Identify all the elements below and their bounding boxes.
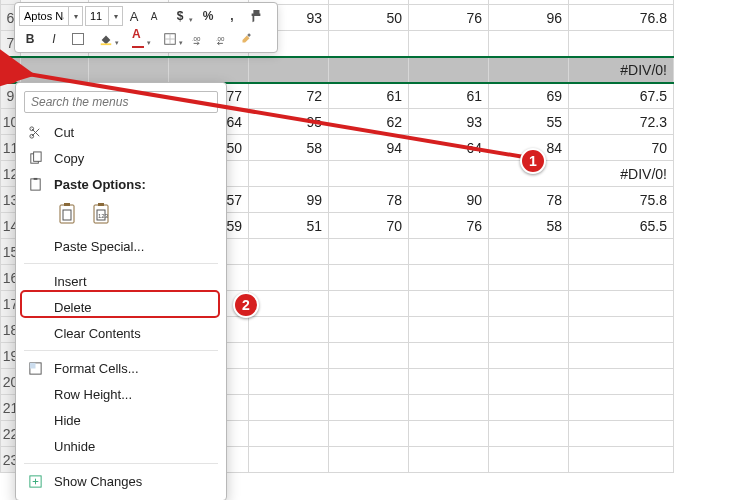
separator (24, 463, 218, 464)
font-name-combo[interactable]: ▾ (19, 6, 83, 26)
cell[interactable]: 67.5 (569, 83, 674, 109)
menu-item-unhide[interactable]: Unhide (16, 433, 226, 459)
annotation-marker-2: 2 (233, 292, 259, 318)
cell[interactable]: 95 (249, 109, 329, 135)
menu-item-insert[interactable]: Insert (16, 268, 226, 294)
cell[interactable] (89, 57, 169, 83)
cell[interactable]: 55 (489, 109, 569, 135)
menu-label: Hide (54, 413, 214, 428)
menu-item-hide[interactable]: Hide (16, 407, 226, 433)
cell[interactable]: 78 (489, 187, 569, 213)
separator (24, 350, 218, 351)
font-name-input[interactable] (20, 7, 68, 25)
cell[interactable] (169, 57, 249, 83)
comma-format-button[interactable]: , (221, 6, 243, 26)
clipboard-icon (26, 177, 44, 192)
cell[interactable] (329, 57, 409, 83)
menu-label: Clear Contents (54, 326, 214, 341)
svg-rect-0 (101, 43, 112, 45)
cell[interactable]: 70 (329, 213, 409, 239)
cell[interactable] (21, 57, 89, 83)
cell[interactable]: 99 (249, 187, 329, 213)
cell[interactable] (409, 31, 489, 57)
cell[interactable]: 78 (329, 187, 409, 213)
svg-text:.00: .00 (216, 35, 225, 42)
decrease-decimal-button[interactable]: .00 (211, 29, 233, 49)
menu-item-copy[interactable]: Copy (16, 145, 226, 171)
cell[interactable]: 51 (249, 213, 329, 239)
cell[interactable]: 90 (409, 187, 489, 213)
italic-button[interactable]: I (43, 29, 65, 49)
cell[interactable]: 94 (329, 135, 409, 161)
menu-item-clear-contents[interactable]: Clear Contents (16, 320, 226, 346)
menu-item-show-changes[interactable]: Show Changes (16, 468, 226, 494)
increase-decimal-button[interactable]: .00 (187, 29, 209, 49)
cell[interactable] (249, 57, 329, 83)
cell[interactable]: 65.5 (569, 213, 674, 239)
menu-label: Insert (54, 274, 214, 289)
borders-button[interactable] (155, 29, 185, 49)
cell[interactable] (329, 161, 409, 187)
fill-color-button[interactable] (91, 29, 121, 49)
cell[interactable]: 72 (249, 83, 329, 109)
cell[interactable]: 93 (409, 109, 489, 135)
menu-item-format-cells[interactable]: Format Cells... (16, 355, 226, 381)
mini-toolbar: ▾ ▾ A A $ % , B I A .00 .00 (14, 2, 278, 53)
format-painter-brush-icon[interactable] (235, 29, 257, 49)
cell[interactable]: 70 (569, 135, 674, 161)
annotation-marker-1: 1 (520, 148, 546, 174)
cell[interactable]: 69 (489, 83, 569, 109)
cell[interactable]: 72.3 (569, 109, 674, 135)
cell[interactable] (409, 57, 489, 83)
cell[interactable]: 62 (329, 109, 409, 135)
font-size-input[interactable] (86, 7, 108, 25)
font-size-combo[interactable]: ▾ (85, 6, 123, 26)
percent-format-button[interactable]: % (197, 6, 219, 26)
menu-search-input[interactable] (24, 91, 218, 113)
menu-label: Unhide (54, 439, 214, 454)
scissors-icon (26, 125, 44, 140)
accounting-format-button[interactable]: $ (165, 6, 195, 26)
cell[interactable]: 96 (489, 5, 569, 31)
cell[interactable]: 58 (249, 135, 329, 161)
menu-label: Show Changes (54, 474, 214, 489)
menu-item-row-height[interactable]: Row Height... (16, 381, 226, 407)
font-color-button[interactable]: A (123, 29, 153, 49)
decrease-font-button[interactable]: A (145, 6, 163, 26)
bold-button[interactable]: B (19, 29, 41, 49)
cell[interactable]: 76.8 (569, 5, 674, 31)
menu-item-paste-options: Paste Options: (16, 171, 226, 197)
cell[interactable]: 61 (329, 83, 409, 109)
chevron-down-icon[interactable]: ▾ (68, 7, 82, 25)
menu-item-cut[interactable]: Cut (16, 119, 226, 145)
menu-label: Paste Options: (54, 177, 214, 192)
cell[interactable] (409, 161, 489, 187)
cell[interactable]: 76 (409, 213, 489, 239)
cell[interactable] (569, 31, 674, 57)
menu-item-delete[interactable]: Delete (16, 294, 226, 320)
cell[interactable]: #DIV/0! (569, 57, 674, 83)
svg-rect-10 (33, 151, 41, 160)
increase-font-button[interactable]: A (125, 6, 143, 26)
cell[interactable] (489, 31, 569, 57)
cell[interactable]: 58 (489, 213, 569, 239)
cell[interactable]: 75.8 (569, 187, 674, 213)
menu-item-paste-special[interactable]: Paste Special... (16, 233, 226, 259)
cell[interactable]: 61 (409, 83, 489, 109)
cell[interactable]: 76 (409, 5, 489, 31)
cell[interactable] (329, 31, 409, 57)
paste-button[interactable] (54, 199, 80, 229)
paste-values-button[interactable]: 123 (88, 199, 114, 229)
cell[interactable]: 64 (409, 135, 489, 161)
annotation-target-ring (0, 64, 20, 84)
format-painter-button[interactable] (245, 6, 267, 26)
svg-text:123: 123 (98, 213, 109, 219)
cell[interactable]: #DIV/0! (569, 161, 674, 187)
chevron-down-icon[interactable]: ▾ (108, 7, 122, 25)
menu-search[interactable] (24, 91, 218, 113)
cell[interactable]: 50 (329, 5, 409, 31)
underline-button[interactable] (67, 29, 89, 49)
cell[interactable] (489, 57, 569, 83)
cell[interactable] (249, 161, 329, 187)
menu-label: Copy (54, 151, 214, 166)
